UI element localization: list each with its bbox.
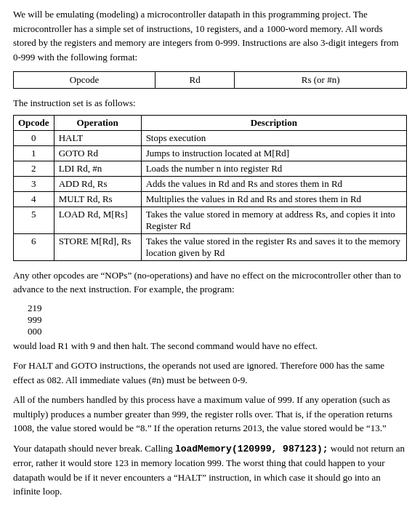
opcode-3: 3: [14, 176, 54, 191]
code-line-2: 999: [28, 314, 407, 326]
code-line-3: 000: [28, 326, 407, 337]
code-explanation: would load R1 with 9 and then halt. The …: [13, 339, 407, 353]
loadmemory-text-start: Your datapath should never break. Callin…: [13, 443, 175, 454]
code-line-1: 219: [28, 302, 407, 314]
format-table: Opcode Rd Rs (or #n): [13, 71, 407, 89]
table-row: 5 LOAD Rd, M[Rs] Takes the value stored …: [14, 207, 407, 233]
table-row: 1 GOTO Rd Jumps to instruction located a…: [14, 145, 407, 161]
op-halt: HALT: [54, 130, 141, 145]
opcode-2: 2: [14, 161, 54, 176]
opcode-0: 0: [14, 130, 54, 145]
table-row: 3 ADD Rd, Rs Adds the values in Rd and R…: [14, 176, 407, 191]
desc-load: Takes the value stored in memory at addr…: [141, 207, 406, 233]
inst-header-operation: Operation: [54, 115, 141, 130]
format-opcode-header: Opcode: [14, 72, 156, 89]
halt-goto-paragraph: For HALT and GOTO instructions, the oper…: [13, 358, 407, 387]
desc-add: Adds the values in Rd and Rs and stores …: [141, 176, 406, 191]
op-goto: GOTO Rd: [54, 145, 141, 161]
intro-paragraph: We will be emulating (modeling) a microc…: [13, 7, 407, 64]
op-ldi: LDI Rd, #n: [54, 161, 141, 176]
op-mult: MULT Rd, Rs: [54, 191, 141, 207]
code-example: 219 999 000: [28, 302, 407, 337]
op-store: STORE M[Rd], Rs: [54, 233, 141, 260]
inst-header-description: Description: [141, 115, 406, 130]
nop-paragraph: Any other opcodes are “NOPs” (no-operati…: [13, 268, 407, 297]
opcode-1: 1: [14, 145, 54, 161]
instruction-table: Opcode Operation Description 0 HALT Stop…: [13, 115, 407, 261]
loadmemory-code: loadMemory(120999, 987123);: [175, 444, 328, 454]
table-row: 0 HALT Stops execution: [14, 130, 407, 145]
format-rd-header: Rd: [156, 72, 235, 89]
opcode-6: 6: [14, 233, 54, 260]
desc-store: Takes the value stored in the register R…: [141, 233, 406, 260]
desc-mult: Multiplies the values in Rd and Rs and s…: [141, 191, 406, 207]
desc-goto: Jumps to instruction located at M[Rd]: [141, 145, 406, 161]
format-rs-header: Rs (or #n): [235, 72, 407, 89]
table-row: 2 LDI Rd, #n Loads the number n into reg…: [14, 161, 407, 176]
opcode-5: 5: [14, 207, 54, 233]
desc-halt: Stops execution: [141, 130, 406, 145]
loadmemory-paragraph: Your datapath should never break. Callin…: [13, 441, 407, 499]
op-add: ADD Rd, Rs: [54, 176, 141, 191]
desc-ldi: Loads the number n into register Rd: [141, 161, 406, 176]
instruction-set-label: The instruction set is as follows:: [13, 96, 407, 111]
inst-header-opcode: Opcode: [14, 115, 54, 130]
table-row: 4 MULT Rd, Rs Multiplies the values in R…: [14, 191, 407, 207]
op-load: LOAD Rd, M[Rs]: [54, 207, 141, 233]
table-row: 6 STORE M[Rd], Rs Takes the value stored…: [14, 233, 407, 260]
rollover-paragraph: All of the numbers handled by this proce…: [13, 393, 407, 436]
opcode-4: 4: [14, 191, 54, 207]
